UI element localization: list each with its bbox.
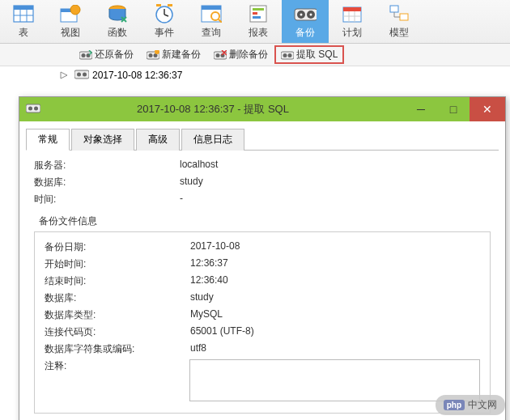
svg-point-55 bbox=[28, 107, 32, 111]
toolbar-label: 事件 bbox=[155, 26, 174, 40]
delete-backup-label: 删除备份 bbox=[229, 48, 268, 62]
main-toolbar: 表 视图 函数 事件 查询 报表 备份 bbox=[0, 0, 510, 44]
backup-list: 2017-10-08 12:36:37 bbox=[0, 66, 510, 81]
delete-backup-button[interactable]: 删除备份 bbox=[207, 45, 274, 64]
toolbar-backup[interactable]: 备份 bbox=[282, 0, 329, 43]
extract-sql-button[interactable]: 提取 SQL bbox=[274, 45, 344, 64]
minimize-button[interactable]: ─ bbox=[405, 97, 437, 121]
toolbar-label: 视图 bbox=[61, 26, 80, 40]
backup-file-info-label: 备份文件信息 bbox=[39, 214, 491, 228]
restore-backup-button[interactable]: 还原备份 bbox=[73, 45, 140, 64]
time-row: 时间: - bbox=[34, 193, 491, 206]
database-value: study bbox=[180, 176, 203, 189]
database-label: 数据库: bbox=[34, 176, 180, 189]
svg-rect-20 bbox=[253, 12, 257, 15]
codepage-row: 连接代码页: 65001 (UTF-8) bbox=[45, 325, 480, 339]
toolbar-view[interactable]: 视图 bbox=[47, 0, 94, 43]
toolbar-schedule[interactable]: 计划 bbox=[329, 0, 376, 43]
extract-sql-icon bbox=[281, 49, 294, 61]
dialog-content: 服务器: localhost 数据库: study 时间: - 备份文件信息 备… bbox=[19, 151, 505, 420]
svg-rect-51 bbox=[74, 70, 89, 78]
svg-rect-48 bbox=[281, 52, 294, 59]
table-icon bbox=[12, 3, 35, 24]
query-icon bbox=[200, 3, 223, 24]
time-value: - bbox=[180, 193, 183, 206]
toolbar-label: 表 bbox=[19, 26, 28, 40]
svg-rect-13 bbox=[168, 4, 172, 6]
sub-toolbar: 还原备份 新建备份 删除备份 提取 SQL bbox=[0, 44, 510, 66]
svg-rect-54 bbox=[26, 104, 40, 112]
extract-sql-dialog: 2017-10-08 12:36:37 - 提取 SQL ─ □ ✕ 常规 对象… bbox=[19, 96, 506, 420]
tab-log[interactable]: 信息日志 bbox=[181, 129, 244, 151]
tab-advanced[interactable]: 高级 bbox=[136, 129, 180, 151]
schedule-icon bbox=[341, 3, 363, 24]
svg-point-40 bbox=[149, 53, 153, 57]
watermark-text: 中文网 bbox=[468, 398, 497, 412]
toolbar-model[interactable]: 模型 bbox=[376, 0, 423, 43]
svg-rect-33 bbox=[400, 14, 408, 20]
php-badge: php bbox=[444, 400, 465, 410]
svg-rect-28 bbox=[343, 7, 361, 11]
toolbar-label: 计划 bbox=[342, 26, 362, 40]
svg-point-37 bbox=[82, 53, 86, 57]
tab-general[interactable]: 常规 bbox=[26, 129, 70, 151]
new-backup-button[interactable]: 新建备份 bbox=[140, 45, 207, 64]
end-time-row: 结束时间: 12:36:40 bbox=[45, 274, 480, 288]
tape-icon bbox=[74, 70, 89, 81]
svg-point-44 bbox=[216, 53, 220, 57]
toolbar-label: 查询 bbox=[202, 26, 221, 40]
comment-row: 注释: bbox=[45, 359, 480, 401]
dialog-title: 2017-10-08 12:36:37 - 提取 SQL bbox=[45, 102, 405, 117]
report-icon bbox=[247, 3, 270, 24]
dialog-titlebar: 2017-10-08 12:36:37 - 提取 SQL ─ □ ✕ bbox=[19, 97, 505, 121]
event-icon bbox=[153, 3, 176, 24]
restore-label: 还原备份 bbox=[95, 48, 134, 62]
collapse-icon[interactable] bbox=[58, 70, 70, 81]
dialog-tabs: 常规 对象选择 高级 信息日志 bbox=[26, 128, 499, 151]
toolbar-event[interactable]: 事件 bbox=[141, 0, 188, 43]
new-backup-label: 新建备份 bbox=[162, 48, 201, 62]
toolbar-query[interactable]: 查询 bbox=[188, 0, 235, 43]
backup-icon bbox=[294, 3, 317, 24]
backup-file-info-group: 备份日期: 2017-10-08 开始时间: 12:36:37 结束时间: 12… bbox=[34, 231, 491, 414]
toolbar-label: 函数 bbox=[108, 26, 127, 40]
svg-rect-19 bbox=[253, 8, 264, 11]
backup-item[interactable]: 2017-10-08 12:36:37 bbox=[74, 70, 182, 81]
db-row: 数据库: study bbox=[45, 291, 480, 305]
watermark: php 中文网 bbox=[436, 395, 505, 415]
svg-point-53 bbox=[83, 73, 87, 77]
svg-rect-21 bbox=[253, 16, 261, 19]
server-value: localhost bbox=[180, 159, 218, 172]
toolbar-table[interactable]: 表 bbox=[0, 0, 47, 43]
view-icon bbox=[59, 3, 82, 24]
delete-backup-icon bbox=[214, 49, 227, 61]
toolbar-report[interactable]: 报表 bbox=[235, 0, 282, 43]
comment-textarea[interactable] bbox=[189, 359, 480, 401]
db-type-row: 数据库类型: MySQL bbox=[45, 308, 480, 322]
backup-item-label: 2017-10-08 12:36:37 bbox=[92, 70, 182, 81]
toolbar-function[interactable]: 函数 bbox=[94, 0, 141, 43]
close-button[interactable]: ✕ bbox=[470, 97, 505, 121]
svg-point-50 bbox=[288, 53, 292, 57]
new-backup-icon bbox=[147, 49, 159, 61]
toolbar-label: 模型 bbox=[389, 26, 409, 40]
backup-date-row: 备份日期: 2017-10-08 bbox=[45, 240, 480, 254]
charset-row: 数据库字符集或编码: utf8 bbox=[45, 342, 480, 356]
extract-sql-label: 提取 SQL bbox=[296, 48, 338, 62]
start-time-row: 开始时间: 12:36:37 bbox=[45, 257, 480, 271]
time-label: 时间: bbox=[34, 193, 180, 206]
maximize-button[interactable]: □ bbox=[437, 97, 470, 121]
toolbar-label: 备份 bbox=[295, 26, 315, 40]
svg-point-49 bbox=[283, 53, 287, 57]
svg-point-26 bbox=[310, 14, 312, 16]
toolbar-label: 报表 bbox=[249, 26, 268, 40]
function-icon bbox=[106, 3, 129, 24]
svg-point-52 bbox=[77, 73, 81, 77]
svg-rect-32 bbox=[390, 6, 398, 12]
window-controls: ─ □ ✕ bbox=[405, 97, 505, 121]
svg-point-25 bbox=[300, 14, 303, 16]
svg-rect-15 bbox=[202, 6, 221, 10]
svg-point-56 bbox=[34, 107, 38, 111]
tab-object-select[interactable]: 对象选择 bbox=[71, 129, 134, 151]
model-icon bbox=[388, 3, 410, 24]
